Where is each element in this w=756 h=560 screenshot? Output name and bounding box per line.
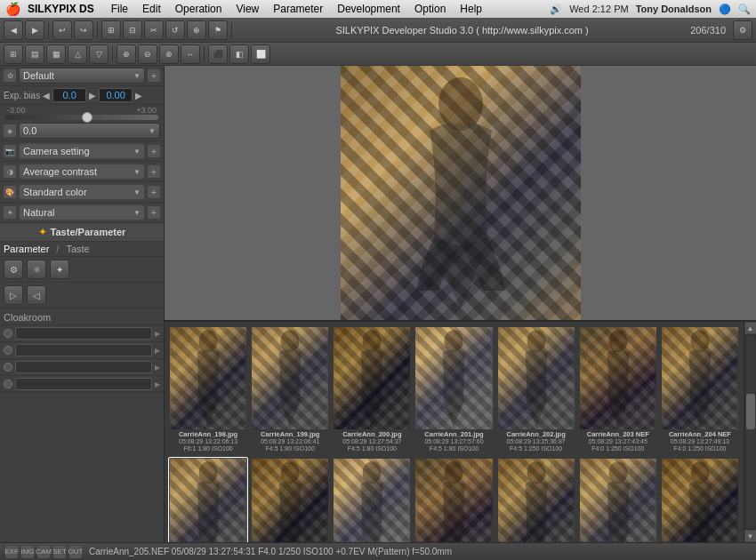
thumbnail-item[interactable]: CarrieAnn_204 NEF05:08:29 13:27:49:13 F4… — [660, 325, 740, 455]
tb2-btn7[interactable]: ⊖ — [138, 44, 157, 64]
menu-operation[interactable]: Operation — [169, 2, 229, 16]
tb-left-arrow[interactable]: ◀ — [4, 20, 23, 40]
thumbnail-item[interactable]: CarrieAnn_199.jpg05:08:29 13:22:06:41 F4… — [250, 325, 330, 455]
color-dropdown[interactable]: Standard color ▼ — [19, 184, 145, 200]
search-icon[interactable]: 🔍 — [738, 4, 751, 15]
app-name[interactable]: SILKYPIX DS — [28, 3, 94, 15]
tb2-btn10[interactable]: ⬛ — [208, 44, 228, 64]
scroll-up-btn[interactable]: ▲ — [744, 322, 757, 334]
taste-param-header[interactable]: ✦ Taste/Parameter — [0, 223, 164, 242]
thumbnail-item[interactable]: CarrieAnn_198.jpg05:08:29 13:22:06:13 F6… — [168, 325, 248, 455]
thumbnail-item[interactable]: CarrieAnn_203 NEF05:08:29 13:27:43:45 F4… — [578, 325, 658, 455]
cloak-bar-1[interactable] — [15, 327, 152, 340]
slider-labels: -3.00 +3.00 — [5, 106, 158, 115]
preset-icon: ⚙ — [4, 69, 16, 82]
status-icon-out[interactable]: OUT — [69, 546, 82, 558]
color-add[interactable]: + — [148, 186, 160, 198]
menu-help[interactable]: Help — [454, 2, 488, 16]
status-icon-exif[interactable]: EXF — [5, 546, 18, 558]
thumbnail-item[interactable]: CarrieAnn_206.jpg05:08:29 13:27:57:60 F4… — [332, 457, 412, 542]
thumbnail-item[interactable]: CarrieAnn_205 NEF05:08:29 13:27:54:31 F4… — [168, 457, 248, 542]
menu-view[interactable]: View — [229, 2, 265, 16]
contrast-dropdown[interactable]: Average contrast ▼ — [19, 164, 145, 180]
preview-area[interactable] — [165, 66, 756, 320]
scroll-handle[interactable] — [746, 394, 755, 429]
camera-setting-dropdown[interactable]: Camera setting ▼ — [19, 143, 145, 159]
tb-tag[interactable]: ⚑ — [208, 20, 228, 40]
cloak-bar-2[interactable] — [15, 344, 152, 356]
cloak-bar-3[interactable] — [15, 361, 152, 373]
thumbnail-item[interactable]: CarrieAnn_207 NEF05:08:29 13:28:13:28 F4… — [414, 457, 494, 542]
thumbnail-item[interactable]: CarrieAnn_202.jpg05:08:29 13:25:36:87 F4… — [496, 325, 576, 455]
tb-settings[interactable]: ⚙ — [733, 20, 752, 40]
cloak-bar-4[interactable] — [15, 378, 152, 390]
status-icon-img[interactable]: IMG — [21, 546, 34, 558]
menu-parameter[interactable]: Parameter — [267, 2, 329, 16]
thumbnail-item[interactable]: CarrieAnn_200.jpg05:08:29 13:27:54:37 F4… — [332, 325, 412, 455]
param-icon-3[interactable]: ✦ — [50, 260, 69, 279]
camera-setting-add[interactable]: + — [148, 145, 160, 157]
cloak-arrow-4[interactable]: ▶ — [155, 380, 160, 388]
tb-grid[interactable]: ⊞ — [101, 20, 121, 40]
scroll-track[interactable] — [746, 336, 755, 528]
menu-edit[interactable]: Edit — [136, 2, 167, 16]
natural-row: ✦ Natural ▼ + — [0, 203, 164, 223]
thumbnail-item[interactable]: CarrieAnn_209 NEF05:08:29 13:28:11:60 F4… — [578, 457, 658, 542]
tb-redo[interactable]: ↪ — [74, 20, 93, 40]
natural-dropdown[interactable]: Natural ▼ — [19, 204, 145, 220]
tb-undo[interactable]: ↩ — [52, 20, 72, 40]
exp-slider[interactable] — [5, 115, 158, 120]
speaker-icon: 🔊 — [550, 4, 562, 15]
cloak-arrow-3[interactable]: ▶ — [155, 364, 160, 372]
tab-taste[interactable]: Taste — [66, 244, 89, 254]
tb-right-arrow[interactable]: ▶ — [25, 20, 44, 40]
exp-right-arrow[interactable]: ▶ — [89, 91, 96, 100]
param-icon-2[interactable]: ⚛ — [27, 260, 46, 279]
exp-value-1[interactable]: 0.0 — [52, 88, 86, 102]
tb-grid2[interactable]: ⊟ — [123, 20, 142, 40]
tb2-btn5[interactable]: ▽ — [89, 44, 109, 64]
status-icon-cam[interactable]: CAM — [37, 546, 50, 558]
tb2-btn6[interactable]: ⊕ — [117, 44, 136, 64]
color-icon: 🎨 — [4, 186, 16, 198]
thumbnail-item[interactable]: CarrieAnn_201.jpg05:08:29 13:27:57:60 F4… — [414, 325, 494, 455]
thumbnail-image — [415, 459, 492, 542]
default-preset-dropdown[interactable]: Default ▼ — [19, 68, 145, 84]
exp-left-arrow[interactable]: ◀ — [43, 91, 50, 100]
exp-right-arrow2[interactable]: ▶ — [135, 91, 142, 100]
add-preset-button[interactable]: + — [148, 69, 160, 82]
tab-parameter[interactable]: Parameter — [4, 244, 49, 254]
tb2-btn3[interactable]: ▦ — [46, 44, 66, 64]
tb2-btn4[interactable]: △ — [68, 44, 87, 64]
scroll-down-btn[interactable]: ▼ — [744, 530, 757, 542]
tb-sep-3 — [231, 22, 232, 38]
tb-rotate[interactable]: ↺ — [165, 20, 185, 40]
thumbnail-item[interactable]: CarrieAnn_208 NEF05:08:29 13:28:03:06 F4… — [496, 457, 576, 542]
tone-value-dropdown[interactable]: 0.0 ▼ — [19, 123, 160, 139]
tb-crop[interactable]: ✂ — [144, 20, 164, 40]
taste-icon-1[interactable]: ▷ — [4, 285, 23, 305]
svg-point-7 — [690, 330, 709, 352]
tb2-btn12[interactable]: ⬜ — [251, 44, 270, 64]
status-icon-set[interactable]: SET — [53, 546, 66, 558]
tb2-btn11[interactable]: ◧ — [229, 44, 249, 64]
exp-value-2[interactable]: 0.00 — [99, 88, 133, 102]
apple-menu[interactable]: 🍎 — [5, 2, 20, 16]
tb2-btn2[interactable]: ▤ — [25, 44, 44, 64]
natural-add[interactable]: + — [148, 206, 160, 219]
menu-development[interactable]: Development — [331, 2, 406, 16]
cloak-arrow-2[interactable]: ▶ — [155, 347, 160, 355]
cloak-arrow-1[interactable]: ▶ — [155, 330, 160, 338]
tb2-btn1[interactable]: ⊞ — [4, 44, 23, 64]
tb2-btn8[interactable]: ⊗ — [159, 44, 179, 64]
contrast-add[interactable]: + — [148, 165, 160, 178]
tb2-btn9[interactable]: ↔ — [181, 44, 200, 64]
menu-option[interactable]: Option — [408, 2, 452, 16]
param-icon-1[interactable]: ⚙ — [4, 260, 23, 279]
menu-file[interactable]: File — [105, 2, 134, 16]
thumbnail-item[interactable]: CarrieAnn_205a.jpg05:08:29 13:27:54 F4:0… — [250, 457, 330, 542]
thumbnail-item[interactable]: CarrieAnn_210 NEF05:08:29 13:28:16:40 F4… — [660, 457, 740, 542]
taste-icon-2[interactable]: ◁ — [27, 285, 46, 305]
tb-zoom[interactable]: ⊕ — [187, 20, 206, 40]
slider-thumb[interactable] — [82, 112, 92, 123]
